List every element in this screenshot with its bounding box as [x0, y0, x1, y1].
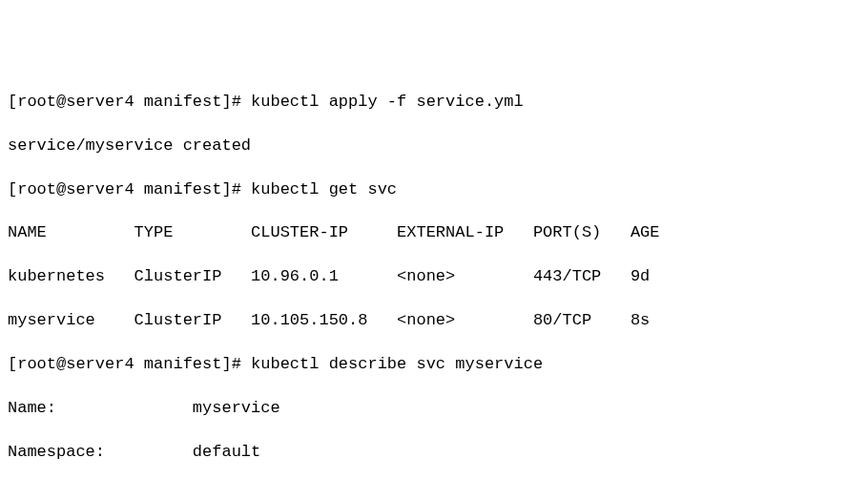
terminal-line-cmd-apply: [root@server4 manifest]# kubectl apply -…: [8, 92, 860, 114]
terminal-line-svc-header: NAME TYPE CLUSTER-IP EXTERNAL-IP PORT(S)…: [8, 222, 860, 244]
terminal-line-svc-kubernetes: kubernetes ClusterIP 10.96.0.1 <none> 44…: [8, 266, 860, 288]
terminal-line-desc-namespace: Namespace: default: [8, 442, 860, 464]
terminal-line-output-created: service/myservice created: [8, 135, 860, 157]
terminal-line-desc-name: Name: myservice: [8, 398, 860, 420]
terminal-line-cmd-get-svc: [root@server4 manifest]# kubectl get svc: [8, 179, 860, 201]
terminal-line-svc-myservice: myservice ClusterIP 10.105.150.8 <none> …: [8, 310, 860, 332]
terminal-line-cmd-describe: [root@server4 manifest]# kubectl describ…: [8, 354, 860, 376]
